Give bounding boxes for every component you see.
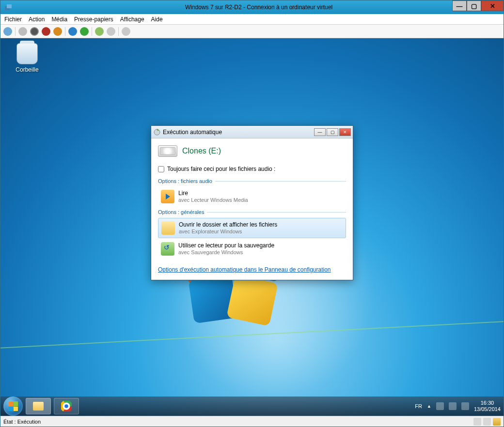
always-checkbox-label: Toujours faire ceci pour les fichiers au… (167, 166, 275, 172)
share-icon[interactable] (122, 27, 130, 36)
host-window-controls: — ▢ ✕ (452, 0, 504, 11)
recycle-bin-icon (16, 43, 38, 64)
close-button[interactable]: ✕ (481, 0, 504, 11)
option-backup-title: Utiliser ce lecteur pour la sauvegarde (178, 242, 274, 249)
language-indicator[interactable]: FR (415, 403, 422, 409)
host-window: Windows 7 sur R2-D2 - Connexion à un ord… (0, 0, 504, 427)
wallpaper-grass (0, 313, 504, 351)
system-tray: FR ▲ 16:30 13/05/2014 (415, 400, 501, 412)
svg-point-2 (154, 129, 160, 135)
toolbar-separator (15, 27, 16, 36)
autoplay-config-link[interactable]: Options d'exécution automatique dans le … (158, 266, 331, 273)
guest-taskbar: FR ▲ 16:30 13/05/2014 (0, 396, 504, 416)
drive-label: Clones (E:) (182, 147, 221, 155)
option-open-folder[interactable]: Ouvrir le dossier et afficher les fichie… (158, 218, 346, 238)
svg-rect-1 (7, 4, 12, 8)
menu-fichier[interactable]: Fichier (4, 16, 22, 23)
start-button[interactable] (3, 396, 23, 416)
turnoff-icon[interactable] (30, 27, 39, 36)
toolbar-separator (92, 27, 92, 36)
folder-icon (161, 221, 175, 235)
hyperv-icon (2, 1, 14, 13)
menu-presse-papiers[interactable]: Presse-papiers (74, 16, 113, 23)
option-backup[interactable]: Utiliser ce lecteur pour la sauvegarde a… (158, 239, 346, 259)
option-play-sub: avec Lecteur Windows Media (178, 197, 248, 203)
reset-icon[interactable] (80, 27, 89, 36)
tray-network-icon[interactable] (449, 402, 457, 410)
tray-clock[interactable]: 16:30 13/05/2014 (474, 400, 501, 412)
toolbar-separator (65, 27, 65, 36)
status-value: Exécution (17, 419, 41, 425)
option-open-title: Ouvrir le dossier et afficher les fichie… (179, 221, 277, 228)
status-label: État : (3, 419, 16, 425)
wmp-icon (161, 190, 174, 203)
drive-row: Clones (E:) (158, 145, 346, 157)
autoplay-dialog: Exécution automatique — ▢ ✕ Clones (E:) … (151, 125, 353, 280)
dialog-minimize-button[interactable]: — (314, 128, 326, 136)
shutdown-icon[interactable] (42, 27, 50, 36)
option-backup-sub: avec Sauvegarde Windows (178, 249, 274, 256)
toolbar-separator (118, 27, 119, 36)
menu-aide[interactable]: Aide (151, 16, 163, 23)
ctrl-alt-del-icon[interactable] (3, 27, 12, 36)
guest-desktop[interactable]: Corbeille Exécution automatique — ▢ ✕ Cl… (0, 38, 504, 416)
autoplay-body: Clones (E:) Toujours faire ceci pour les… (151, 138, 353, 280)
maximize-button[interactable]: ▢ (467, 0, 481, 11)
recycle-bin-label: Corbeille (10, 66, 44, 73)
recycle-bin[interactable]: Corbeille (10, 43, 44, 73)
revert-icon[interactable] (107, 27, 115, 36)
save-icon[interactable] (53, 27, 62, 36)
menu-affichage[interactable]: Affichage (120, 16, 144, 23)
status-disk-icon (473, 418, 481, 426)
host-titlebar[interactable]: Windows 7 sur R2-D2 - Connexion à un ord… (0, 0, 504, 14)
option-play-title: Lire (178, 190, 248, 197)
status-lock-icon (493, 418, 501, 426)
autoplay-titlebar[interactable]: Exécution automatique — ▢ ✕ (151, 126, 353, 138)
menu-action[interactable]: Action (29, 16, 45, 23)
pause-icon[interactable] (68, 27, 77, 36)
dialog-close-button[interactable]: ✕ (339, 128, 351, 136)
chrome-icon (61, 401, 72, 412)
tray-action-center-icon[interactable] (436, 402, 444, 410)
autoplay-icon (153, 128, 161, 136)
host-toolbar (0, 25, 504, 38)
checkpoint-icon[interactable] (95, 27, 104, 36)
taskbar-chrome[interactable] (54, 398, 79, 414)
always-do-this-row[interactable]: Toujours faire ceci pour les fichiers au… (158, 166, 346, 172)
minimize-button[interactable]: — (452, 0, 467, 11)
autoplay-title: Exécution automatique (163, 129, 222, 136)
always-checkbox[interactable] (158, 166, 164, 172)
tray-chevron-icon[interactable]: ▲ (427, 404, 431, 409)
host-menubar: Fichier Action Média Presse-papiers Affi… (0, 14, 504, 25)
drive-icon (158, 145, 177, 157)
status-mouse-icon (483, 418, 491, 426)
section-audio-label: Options : fichiers audio (158, 178, 346, 184)
clock-date: 13/05/2014 (474, 406, 501, 412)
explorer-icon (33, 402, 44, 411)
start-icon[interactable] (18, 27, 27, 36)
backup-icon (161, 242, 174, 256)
clock-time: 16:30 (474, 400, 501, 406)
menu-media[interactable]: Média (51, 16, 67, 23)
tray-volume-icon[interactable] (461, 402, 469, 410)
section-general-label: Options : générales (158, 209, 346, 215)
host-statusbar: État : Exécution (0, 416, 504, 427)
taskbar-explorer[interactable] (26, 398, 51, 414)
dialog-maximize-button[interactable]: ▢ (327, 128, 338, 136)
option-play[interactable]: Lire avec Lecteur Windows Media (158, 187, 346, 206)
option-open-sub: avec Explorateur Windows (179, 229, 277, 235)
host-title: Windows 7 sur R2-D2 - Connexion à un ord… (14, 4, 504, 11)
